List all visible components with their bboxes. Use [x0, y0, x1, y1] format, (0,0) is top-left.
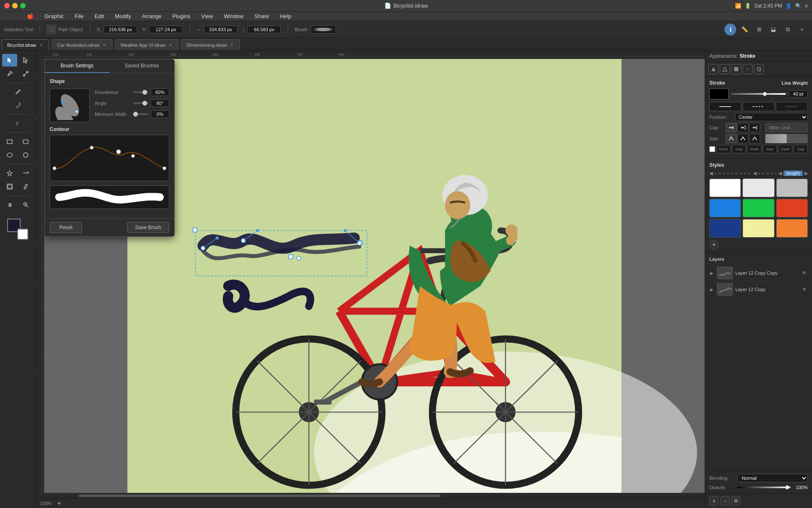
add-style-button[interactable]: + [709, 240, 719, 249]
expand-icon-btn[interactable]: » [796, 24, 808, 35]
canvas-wrapper[interactable]: Brush Settings Saved Brushes Shape [44, 59, 705, 498]
min-width-value[interactable]: 0% [151, 110, 169, 118]
menu-graphic[interactable]: Graphic [43, 12, 66, 20]
angle-slider[interactable] [133, 102, 148, 104]
gap-2-box[interactable]: Gap [763, 145, 777, 153]
dash-1-box[interactable]: Dash [716, 145, 731, 153]
height-value[interactable]: 66.583 px [247, 26, 281, 33]
menu-help[interactable]: Help [278, 12, 293, 20]
stroke-dotted-btn[interactable] [776, 102, 808, 111]
direct-select-tool[interactable] [18, 54, 33, 67]
width-value[interactable]: 334.833 px [204, 26, 237, 33]
zoom-tool[interactable] [18, 198, 33, 211]
freeform-tool[interactable] [18, 167, 33, 179]
hand-tool[interactable] [2, 198, 17, 211]
stroke-dashed-btn[interactable] [743, 102, 775, 111]
text-style-icon[interactable]: T [743, 64, 753, 74]
style-swatch-orange[interactable] [776, 219, 808, 238]
star-tool[interactable] [2, 167, 17, 179]
cap-round-btn[interactable] [737, 123, 748, 132]
style-swatch-dark-blue[interactable] [709, 219, 741, 238]
min-width-thumb[interactable] [133, 112, 138, 117]
style-swatch-gray[interactable] [776, 179, 808, 197]
menu-window[interactable]: Window [222, 12, 245, 20]
layer-1-visibility[interactable]: 👁 [801, 270, 808, 276]
position-select[interactable]: Center Inside Outside [735, 113, 808, 121]
tab-bicyclist[interactable]: Bicyclist.idraw ✕ [2, 39, 49, 50]
angle-thumb[interactable] [142, 101, 147, 106]
control-center-icon[interactable]: ≡ [805, 3, 808, 9]
rounded-rect-tool[interactable] [18, 135, 33, 148]
settings-layer-button[interactable]: ⚙ [731, 496, 740, 505]
hex-tool[interactable] [18, 149, 33, 161]
opacity-slider[interactable] [737, 487, 791, 488]
rect-tool[interactable] [2, 135, 17, 148]
gap-1-box[interactable]: Gap [732, 145, 746, 153]
join-miter-btn[interactable] [726, 134, 737, 143]
stroke-fill-icon[interactable] [708, 64, 719, 74]
arrange-icon-btn[interactable]: ⬓ [767, 24, 779, 35]
saved-brushes-tab[interactable]: Saved Brushes [109, 59, 174, 73]
menu-plugins[interactable]: Plugins [170, 12, 192, 20]
roundness-slider[interactable] [133, 91, 148, 93]
reset-button[interactable]: Reset [50, 222, 82, 233]
save-brush-button[interactable]: Save Brush [127, 222, 169, 233]
style-swatch-red-orange[interactable] [776, 199, 808, 217]
node-tool[interactable] [18, 67, 33, 80]
shear-tool[interactable] [18, 180, 33, 193]
delete-layer-button[interactable]: − [720, 496, 729, 505]
style-swatch-green[interactable] [743, 199, 774, 217]
apple-menu[interactable]: 🍎 [25, 12, 35, 20]
shadow-icon[interactable] [754, 64, 764, 74]
traffic-lights[interactable] [4, 3, 26, 8]
join-bevel-btn[interactable] [749, 134, 760, 143]
menu-view[interactable]: View [200, 12, 215, 20]
tab-bicyclist-close[interactable]: ✕ [39, 43, 44, 48]
layer-2-expand[interactable]: ▶ [709, 287, 714, 292]
dash-3-box[interactable]: Dash [778, 145, 793, 153]
layer-item-2[interactable]: ▶ Layer 12 Copy 👁 [709, 281, 808, 298]
color-swatch-container[interactable] [7, 219, 28, 240]
stroke-icon[interactable] [720, 64, 730, 74]
horizontal-scrollbar[interactable] [44, 493, 705, 498]
menu-modify[interactable]: Modify [113, 12, 133, 20]
tab-dimensioning-close[interactable]: ✕ [229, 43, 234, 48]
layer-1-expand[interactable]: ▶ [709, 270, 714, 275]
ellipse-tool[interactable] [2, 149, 17, 161]
fill-icon[interactable] [731, 64, 741, 74]
line-weight-value[interactable]: 40 pt [788, 90, 808, 98]
tab-dimensioning[interactable]: Dimensioning.idraw ✕ [181, 39, 240, 50]
contour-editor[interactable] [50, 135, 169, 181]
brush-settings-tab[interactable]: Brush Settings [45, 59, 109, 73]
stroke-color-swatch[interactable] [709, 88, 729, 99]
tab-weather-close[interactable]: ✕ [168, 43, 173, 48]
opacity-thumb[interactable] [785, 485, 789, 489]
tab-weather[interactable]: Weather App UI.idraw ✕ [115, 39, 178, 50]
cap-square-btn[interactable] [749, 123, 760, 132]
close-button[interactable] [4, 3, 10, 8]
pen-tool[interactable] [2, 67, 17, 80]
menu-arrange[interactable]: Arrange [140, 12, 163, 20]
tab-car-close[interactable]: ✕ [102, 43, 107, 48]
dash-2-box[interactable]: Dash [747, 145, 761, 153]
minimize-button[interactable] [12, 3, 18, 8]
line-weight-thumb[interactable] [763, 92, 767, 96]
x-value[interactable]: 216.636 px [104, 26, 137, 33]
grid-icon-btn[interactable]: ⊞ [753, 24, 765, 35]
brush-preview[interactable] [311, 25, 336, 34]
angle-value[interactable]: 60° [151, 99, 169, 107]
pencil-icon-btn[interactable]: ✏️ [739, 24, 751, 35]
text-tool[interactable]: T [10, 117, 25, 130]
menu-edit[interactable]: Edit [93, 12, 105, 20]
menu-file[interactable]: File [73, 12, 85, 20]
selection-tool[interactable] [2, 54, 17, 67]
scroll-thumb[interactable] [79, 495, 440, 497]
roundness-value[interactable]: 60% [151, 88, 169, 96]
blending-select[interactable]: Normal Multiply Screen Overlay [737, 474, 808, 482]
frame-tool[interactable] [2, 180, 17, 193]
miter-slider[interactable] [765, 134, 808, 143]
roundness-thumb[interactable] [142, 90, 147, 95]
zoom-arrow[interactable]: ▼ [57, 501, 61, 506]
layer-item-1[interactable]: ▶ Layer 12 Copy Copy 👁 [709, 265, 808, 281]
menu-share[interactable]: Share [253, 12, 271, 20]
